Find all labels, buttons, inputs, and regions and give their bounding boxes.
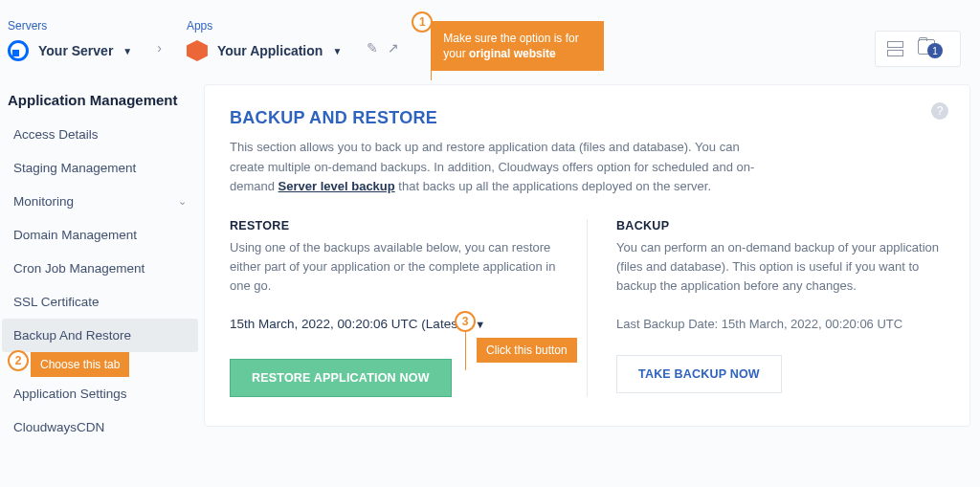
view-switcher: 1 bbox=[875, 31, 961, 67]
restore-heading: RESTORE bbox=[230, 219, 558, 232]
magento-icon bbox=[187, 40, 208, 61]
take-backup-button[interactable]: TAKE BACKUP NOW bbox=[616, 355, 782, 393]
sidebar-item-monitoring[interactable]: Monitoring⌄ bbox=[2, 185, 198, 218]
sidebar-item-app-settings[interactable]: Application Settings bbox=[2, 377, 198, 410]
last-backup-line: Last Backup Date: 15th March, 2022, 00:2… bbox=[616, 315, 945, 334]
chevron-down-icon: ⌄ bbox=[178, 195, 187, 208]
column-divider bbox=[587, 219, 588, 397]
sidebar-item-staging[interactable]: Staging Management bbox=[2, 151, 198, 185]
main-card: ? BACKUP AND RESTORE This section allows… bbox=[204, 84, 970, 427]
backup-column: BACKUP You can perform an on-demand back… bbox=[616, 219, 945, 397]
backup-select-value: 15th March, 2022, 00:20:06 UTC (Latest) bbox=[230, 317, 465, 331]
servers-label: Servers bbox=[8, 19, 132, 33]
help-icon[interactable]: ? bbox=[931, 102, 948, 120]
backup-select[interactable]: 15th March, 2022, 00:20:06 UTC (Latest) … bbox=[230, 311, 558, 338]
caret-down-icon: ▼ bbox=[475, 319, 485, 330]
sidebar: Application Management Access Details St… bbox=[2, 84, 198, 444]
annotation-number-1: 1 bbox=[412, 11, 433, 33]
annotation-callout-3: Click this button bbox=[477, 338, 577, 363]
edit-icon[interactable]: ✎ bbox=[367, 40, 378, 55]
last-backup-value: 15th March, 2022, 00:20:06 UTC bbox=[722, 317, 902, 331]
backup-text: You can perform an on-demand backup of y… bbox=[616, 238, 945, 296]
chevron-right-icon: › bbox=[157, 40, 162, 55]
app-name: Your Application bbox=[217, 43, 323, 58]
sidebar-item-access-details[interactable]: Access Details bbox=[2, 118, 198, 151]
digitalocean-icon bbox=[8, 40, 29, 61]
open-external-icon[interactable]: ↗ bbox=[388, 40, 399, 55]
sidebar-item-cron[interactable]: Cron Job Management bbox=[2, 252, 198, 285]
server-level-backup-link[interactable]: Server level backup bbox=[278, 179, 395, 193]
apps-label: Apps bbox=[187, 19, 342, 33]
server-selector[interactable]: Your Server ▼ bbox=[8, 40, 132, 61]
restore-column: RESTORE Using one of the backups availab… bbox=[230, 219, 558, 397]
sidebar-item-domain[interactable]: Domain Management bbox=[2, 218, 198, 252]
notification-badge: 1 bbox=[927, 43, 943, 58]
page-description: This section allows you to back up and r… bbox=[230, 138, 766, 195]
sidebar-item-cdn[interactable]: CloudwaysCDN bbox=[2, 410, 198, 444]
top-breadcrumb-bar: Servers Your Server ▼ › Apps Your Applic… bbox=[0, 0, 980, 75]
sidebar-item-backup-restore[interactable]: Backup And Restore bbox=[2, 319, 198, 352]
sidebar-item-ssl[interactable]: SSL Certificate bbox=[2, 285, 198, 319]
backup-heading: BACKUP bbox=[616, 219, 945, 232]
restore-text: Using one of the backups available below… bbox=[230, 238, 558, 296]
caret-down-icon: ▼ bbox=[122, 46, 132, 56]
server-name: Your Server bbox=[38, 43, 113, 58]
caret-down-icon: ▼ bbox=[332, 46, 342, 56]
page-title: BACKUP AND RESTORE bbox=[230, 108, 945, 128]
restore-application-button[interactable]: RESTORE APPLICATION NOW bbox=[230, 359, 452, 397]
annotation-callout-1: 1 Make sure the option is for your origi… bbox=[432, 21, 604, 71]
annotation-callout-2: Choose this tab bbox=[31, 352, 129, 377]
sidebar-heading: Application Management bbox=[2, 84, 198, 118]
app-selector[interactable]: Your Application ▼ bbox=[187, 40, 342, 61]
list-view-icon[interactable] bbox=[887, 41, 904, 56]
